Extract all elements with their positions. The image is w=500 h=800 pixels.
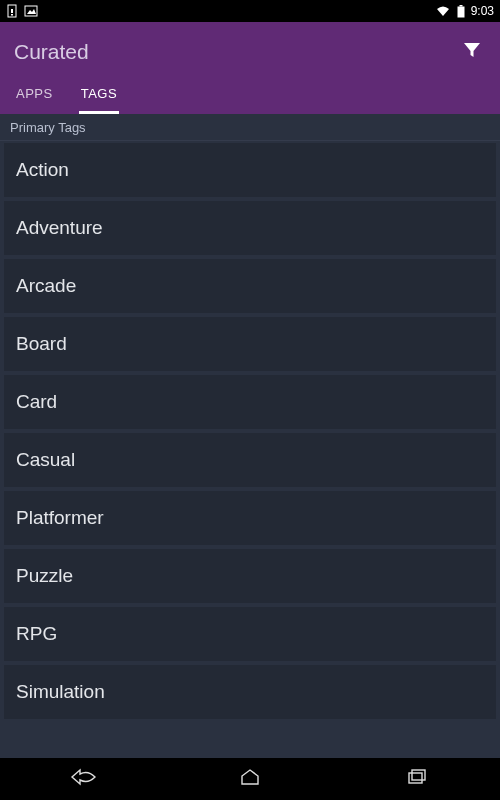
- app-header: Curated APPS TAGS: [0, 22, 500, 114]
- header-top: Curated: [14, 32, 486, 72]
- status-right: 9:03: [435, 4, 494, 18]
- home-button[interactable]: [220, 764, 280, 794]
- content[interactable]: Primary Tags Action Adventure Arcade Boa…: [0, 114, 500, 758]
- tag-item[interactable]: Arcade: [4, 259, 496, 313]
- recent-button[interactable]: [387, 764, 447, 794]
- filter-icon: [462, 40, 482, 64]
- svg-rect-6: [457, 6, 464, 17]
- recent-icon: [407, 768, 427, 790]
- tag-list: Action Adventure Arcade Board Card Casua…: [0, 141, 500, 721]
- wifi-icon: [435, 5, 451, 17]
- svg-rect-9: [412, 770, 425, 780]
- svg-marker-4: [27, 9, 36, 14]
- tag-item[interactable]: Simulation: [4, 665, 496, 719]
- section-header: Primary Tags: [0, 114, 500, 141]
- tag-item[interactable]: Board: [4, 317, 496, 371]
- tag-item[interactable]: Adventure: [4, 201, 496, 255]
- tab-tags[interactable]: TAGS: [79, 78, 119, 114]
- tab-apps[interactable]: APPS: [14, 78, 55, 114]
- tag-item[interactable]: Platformer: [4, 491, 496, 545]
- tag-item[interactable]: Puzzle: [4, 549, 496, 603]
- status-bar: 9:03: [0, 0, 500, 22]
- app-screen: 9:03 Curated APPS TAGS Primary Tags Acti…: [0, 0, 500, 800]
- filter-button[interactable]: [458, 38, 486, 66]
- svg-rect-5: [459, 5, 462, 7]
- image-icon: [24, 5, 38, 17]
- status-left: [6, 4, 38, 18]
- svg-marker-7: [464, 43, 480, 57]
- home-icon: [239, 768, 261, 790]
- back-icon: [70, 768, 96, 790]
- back-button[interactable]: [53, 764, 113, 794]
- status-time: 9:03: [471, 4, 494, 18]
- app-title: Curated: [14, 40, 89, 64]
- tag-item[interactable]: Card: [4, 375, 496, 429]
- nav-bar: [0, 758, 500, 800]
- tabs: APPS TAGS: [14, 78, 486, 114]
- svg-rect-2: [11, 14, 13, 16]
- svg-rect-1: [11, 9, 13, 13]
- tag-item[interactable]: RPG: [4, 607, 496, 661]
- notification-icon: [6, 4, 18, 18]
- battery-icon: [457, 5, 465, 18]
- tag-item[interactable]: Action: [4, 143, 496, 197]
- svg-rect-8: [409, 773, 422, 783]
- tag-item[interactable]: Casual: [4, 433, 496, 487]
